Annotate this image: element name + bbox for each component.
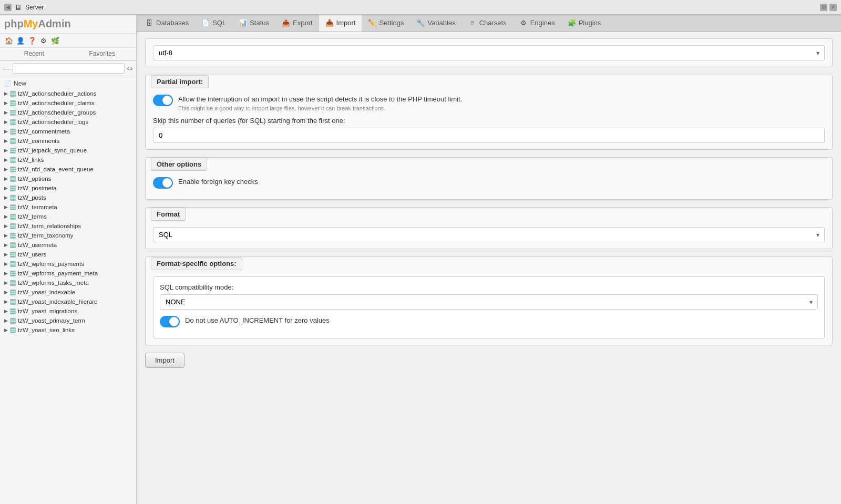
- nav-expand-icon[interactable]: ▶: [2, 118, 9, 126]
- help-icon[interactable]: ❓: [27, 36, 37, 45]
- nav-item-label: tzW_commentmeta: [18, 128, 70, 135]
- nav-expand-icon[interactable]: ▶: [2, 222, 9, 230]
- close-icon[interactable]: ✕: [829, 4, 837, 11]
- nav-expand-icon[interactable]: ▶: [2, 317, 9, 324]
- settings-icon[interactable]: ⚙: [39, 36, 48, 45]
- nav-expand-icon[interactable]: ▶: [2, 137, 9, 145]
- logo-php: php: [4, 18, 24, 30]
- nav-expand-icon[interactable]: ▶: [2, 279, 9, 286]
- nav-item[interactable]: ▶ tzW_wpforms_payment_meta: [0, 269, 136, 278]
- nav-expand-icon[interactable]: ▶: [2, 289, 9, 296]
- user-icon[interactable]: 👤: [16, 36, 25, 45]
- nav-item[interactable]: ▶ tzW_actionscheduler_groups: [0, 108, 136, 117]
- nav-item[interactable]: ▶ tzW_terms: [0, 212, 136, 221]
- nav-expand-icon[interactable]: ▶: [2, 307, 9, 315]
- auto-increment-toggle[interactable]: [160, 316, 180, 327]
- nav-item[interactable]: ▶ tzW_posts: [0, 193, 136, 202]
- tab-variables[interactable]: 🔧 Variables: [410, 15, 461, 32]
- nav-item[interactable]: ▶ tzW_actionscheduler_actions: [0, 89, 136, 98]
- nav-item[interactable]: ▶ tzW_nfd_data_event_queue: [0, 164, 136, 174]
- nav-item[interactable]: ▶ tzW_actionscheduler_claims: [0, 98, 136, 108]
- nav-item[interactable]: ▶ tzW_options: [0, 174, 136, 183]
- collapse-icon[interactable]: —: [3, 64, 11, 73]
- nav-item[interactable]: ▶ tzW_actionscheduler_logs: [0, 117, 136, 127]
- tab-plugins[interactable]: 🧩 Plugins: [561, 15, 608, 32]
- tab-export[interactable]: 📤 Export: [275, 15, 319, 32]
- tab-engines[interactable]: ⚙ Engines: [513, 15, 561, 32]
- nav-item-label: tzW_wpforms_payment_meta: [18, 270, 98, 276]
- nav-item[interactable]: ▶ tzW_yoast_indexable_hierarc: [0, 297, 136, 306]
- format-select[interactable]: SQL: [153, 227, 825, 242]
- svg-rect-15: [10, 138, 16, 144]
- skip-queries-input[interactable]: [153, 128, 825, 143]
- gear-icon[interactable]: ⚙: [820, 4, 827, 11]
- nav-item[interactable]: ▶ tzW_wpforms_tasks_meta: [0, 278, 136, 287]
- nav-db-icon: [9, 280, 16, 286]
- tab-sql[interactable]: 📄 SQL: [195, 15, 232, 32]
- nav-item[interactable]: ▶ tzW_term_taxonomy: [0, 231, 136, 240]
- nav-item[interactable]: ▶ tzW_commentmeta: [0, 127, 136, 136]
- svg-rect-3: [10, 100, 16, 106]
- sql-compat-select[interactable]: NONE: [160, 294, 818, 310]
- tab-charsets[interactable]: ≡ Charsets: [462, 15, 513, 32]
- nav-expand-icon[interactable]: ▶: [2, 156, 9, 163]
- nav-item[interactable]: ▶ tzW_yoast_migrations: [0, 306, 136, 316]
- tab-recent[interactable]: Recent: [0, 48, 68, 60]
- tab-status[interactable]: 📊 Status: [232, 15, 275, 32]
- nav-expand-icon[interactable]: ▶: [2, 175, 9, 182]
- partial-import-body: Allow the interruption of an import in c…: [146, 88, 832, 149]
- nav-db-icon: [9, 194, 16, 201]
- nav-expand-icon[interactable]: ▶: [2, 166, 9, 173]
- back-button[interactable]: ◀: [4, 4, 12, 11]
- nav-db-icon: [9, 223, 16, 230]
- nav-expand-icon[interactable]: ▶: [2, 203, 9, 211]
- nav-expand-icon[interactable]: ▶: [2, 213, 9, 220]
- nav-expand-icon[interactable]: ▶: [2, 270, 9, 277]
- tab-favorites[interactable]: Favorites: [68, 48, 137, 60]
- nav-item[interactable]: ▶ tzW_yoast_primary_term: [0, 316, 136, 325]
- expand-icon[interactable]: ⇔: [127, 64, 133, 73]
- nav-expand-icon[interactable]: ▶: [2, 90, 9, 97]
- home-icon[interactable]: 🏠: [4, 36, 14, 45]
- nav-expand-icon[interactable]: ▶: [2, 260, 9, 268]
- nav-item[interactable]: ▶ tzW_wpforms_payments: [0, 259, 136, 269]
- nav-item-label: tzW_yoast_seo_links: [18, 327, 75, 333]
- nav-item[interactable]: ▶ tzW_jetpack_sync_queue: [0, 146, 136, 155]
- nav-expand-icon[interactable]: ▶: [2, 326, 9, 334]
- nav-expand-icon[interactable]: ▶: [2, 298, 9, 305]
- nav-new-button[interactable]: 📄 New: [0, 78, 136, 89]
- nav-item[interactable]: ▶ tzW_users: [0, 250, 136, 259]
- search-input[interactable]: [13, 63, 125, 74]
- tab-import[interactable]: 📥 Import: [319, 15, 362, 32]
- theme-icon[interactable]: 🌿: [50, 36, 60, 45]
- nav-expand-icon[interactable]: ▶: [2, 251, 9, 258]
- nav-item[interactable]: ▶ tzW_yoast_indexable: [0, 287, 136, 297]
- nav-item[interactable]: ▶ tzW_termmeta: [0, 202, 136, 212]
- import-button[interactable]: Import: [145, 353, 184, 368]
- nav-expand-icon[interactable]: ▶: [2, 241, 9, 249]
- partial-import-toggle[interactable]: [153, 95, 173, 106]
- nav-expand-icon[interactable]: ▶: [2, 184, 9, 192]
- nav-expand-icon[interactable]: ▶: [2, 194, 9, 201]
- nav-expand-icon[interactable]: ▶: [2, 147, 9, 154]
- nav-expand-icon[interactable]: ▶: [2, 109, 9, 116]
- partial-import-toggle-text-area: Allow the interruption of an import in c…: [178, 95, 462, 111]
- partial-import-section: Partial import: Allow the interruption o…: [145, 75, 833, 150]
- nav-expand-icon[interactable]: ▶: [2, 232, 9, 239]
- nav-item[interactable]: ▶ tzW_term_relationships: [0, 221, 136, 231]
- tab-settings[interactable]: ✏️ Settings: [362, 15, 410, 32]
- nav-item-label: tzW_posts: [18, 194, 46, 201]
- nav-item-label: tzW_actionscheduler_groups: [18, 109, 96, 116]
- nav-expand-icon[interactable]: ▶: [2, 99, 9, 107]
- nav-item[interactable]: ▶ tzW_yoast_seo_links: [0, 325, 136, 335]
- nav-item[interactable]: ▶ tzW_comments: [0, 136, 136, 146]
- foreign-key-toggle[interactable]: [153, 177, 173, 189]
- charset-select[interactable]: utf-8: [153, 45, 825, 60]
- nav-expand-icon[interactable]: ▶: [2, 128, 9, 135]
- partial-import-toggle-label: Allow the interruption of an import in c…: [178, 95, 462, 104]
- nav-item[interactable]: ▶ tzW_links: [0, 155, 136, 164]
- nav-item[interactable]: ▶ tzW_postmeta: [0, 183, 136, 193]
- tab-databases[interactable]: 🗄 Databases: [139, 15, 195, 32]
- nav-item-label: tzW_actionscheduler_claims: [18, 100, 95, 106]
- nav-item[interactable]: ▶ tzW_usermeta: [0, 240, 136, 250]
